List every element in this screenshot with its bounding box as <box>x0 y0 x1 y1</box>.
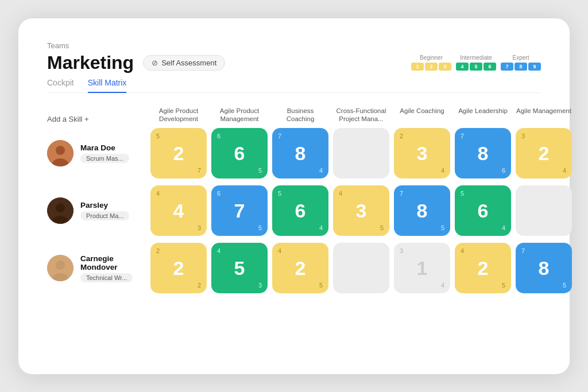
cell-main-value: 8 <box>295 142 306 165</box>
cell-bottom-value: 3 <box>198 224 201 231</box>
col-header: Business Coaching <box>272 107 328 124</box>
cell-bottom-value: 4 <box>319 224 323 231</box>
matrix-row: Carnegie MondoverTechnical Wr...22245342… <box>47 243 541 293</box>
col-header: Agile Coaching <box>394 107 450 124</box>
cell-top-value: 5 <box>156 133 160 139</box>
skill-cells: 527665784234786324 <box>150 128 572 178</box>
person-name: Mara Doe <box>80 143 129 152</box>
skill-cell[interactable]: 786 <box>455 128 511 178</box>
cell-bottom-value: 4 <box>319 167 323 174</box>
skill-cell[interactable]: 443 <box>150 185 207 236</box>
col-header: Agile Product Development <box>150 107 207 124</box>
svg-point-1 <box>56 146 65 155</box>
cell-bottom-value: 2 <box>198 282 201 289</box>
filter-label: Self Assessment <box>161 59 216 67</box>
cell-main-value: 4 <box>173 200 184 222</box>
avatar <box>47 197 74 224</box>
skill-cell[interactable]: 784 <box>272 128 328 178</box>
cell-top-value: 7 <box>400 190 403 197</box>
cell-top-value: 2 <box>400 133 403 139</box>
matrix-area: Add a Skill + Agile Product DevelopmentA… <box>47 107 541 294</box>
skill-cell[interactable]: 564 <box>455 185 511 236</box>
skill-cell[interactable] <box>333 243 389 293</box>
person-name: Carnegie Mondover <box>80 254 150 271</box>
cell-top-value: 4 <box>156 190 160 197</box>
cell-main-value: 2 <box>173 257 184 280</box>
cell-top-value: 3 <box>521 133 525 139</box>
skill-cell[interactable]: 564 <box>272 185 328 236</box>
cell-main-value: 6 <box>234 142 245 165</box>
cell-main-value: 6 <box>295 200 306 222</box>
skill-cell[interactable]: 785 <box>394 185 450 236</box>
legend-group: Intermediate456 <box>456 55 496 71</box>
cell-bottom-value: 5 <box>563 282 566 289</box>
avatar <box>47 140 74 166</box>
title-filter-row: Marketing ⊘ Self Assessment <box>47 52 225 73</box>
skill-cell[interactable]: 527 <box>150 128 207 178</box>
person-text: Mara DoeScrum Mas... <box>80 143 129 163</box>
main-card: Teams Marketing ⊘ Self Assessment Beginn… <box>18 18 570 374</box>
cell-main-value: 8 <box>539 257 550 280</box>
cell-main-value: 1 <box>417 257 428 280</box>
skill-cell[interactable]: 435 <box>333 185 389 236</box>
cell-bottom-value: 4 <box>441 282 444 289</box>
skill-cell[interactable]: 314 <box>394 243 450 293</box>
col-header: Cross-Functional Project Mana... <box>333 107 389 124</box>
cell-bottom-value: 4 <box>563 167 566 174</box>
tab-skill-matrix[interactable]: Skill Matrix <box>88 78 127 93</box>
cell-top-value: 4 <box>461 247 464 254</box>
skill-cell[interactable]: 453 <box>211 243 268 293</box>
cell-main-value: 6 <box>478 200 489 222</box>
skill-cell[interactable]: 785 <box>516 243 572 293</box>
cell-main-value: 2 <box>539 142 550 165</box>
skill-cell[interactable]: 234 <box>394 128 450 178</box>
self-assessment-filter[interactable]: ⊘ Self Assessment <box>143 55 225 71</box>
cell-bottom-value: 5 <box>502 282 505 289</box>
legend-pill: 1 <box>411 63 424 71</box>
skill-cells: 222453425314425785 <box>150 243 572 293</box>
cell-bottom-value: 4 <box>502 224 505 231</box>
skill-cells: 443675564435785564 <box>150 185 572 236</box>
cell-bottom-value: 5 <box>441 224 444 231</box>
skill-cell[interactable]: 425 <box>272 243 328 293</box>
cell-main-value: 2 <box>173 142 184 165</box>
add-skill-button[interactable]: Add a Skill + <box>47 115 150 123</box>
skill-cell[interactable] <box>516 185 572 236</box>
person-role-badge: Product Ma... <box>80 211 129 220</box>
col-header: Agile Product Management <box>211 107 268 124</box>
skill-cell[interactable]: 675 <box>211 185 268 236</box>
cell-main-value: 2 <box>478 257 489 280</box>
skill-cell[interactable] <box>333 128 389 178</box>
cell-bottom-value: 5 <box>319 282 323 289</box>
legend-group: Expert789 <box>501 55 541 71</box>
legend-pill: 5 <box>470 63 482 71</box>
cell-top-value: 3 <box>400 247 403 254</box>
cell-bottom-value: 6 <box>502 167 505 174</box>
legend-pill: 7 <box>501 63 513 71</box>
header-row: Marketing ⊘ Self Assessment Beginner123I… <box>47 52 541 73</box>
col-header: Agile Management <box>516 107 572 124</box>
legend-pill: 3 <box>439 63 451 71</box>
skill-cell[interactable]: 665 <box>211 128 268 178</box>
svg-point-7 <box>56 261 65 270</box>
cell-top-value: 7 <box>461 133 464 139</box>
cell-main-value: 5 <box>234 257 245 280</box>
svg-point-4 <box>56 203 65 212</box>
person-info: ParsleyProduct Ma... <box>47 197 150 224</box>
cell-bottom-value: 5 <box>258 224 262 231</box>
skill-cell[interactable]: 222 <box>150 243 207 293</box>
person-role-badge: Technical Wr... <box>80 273 133 282</box>
legend-pill: 9 <box>528 63 541 71</box>
skill-cell[interactable]: 324 <box>516 128 572 178</box>
legend-group-label: Intermediate <box>460 55 492 61</box>
cell-top-value: 5 <box>278 190 281 197</box>
skill-cell[interactable]: 425 <box>455 243 511 293</box>
matrix-row: ParsleyProduct Ma...443675564435785564 <box>47 185 541 236</box>
person-info: Mara DoeScrum Mas... <box>47 140 150 166</box>
legend: Beginner123Intermediate456Expert789 <box>407 55 541 71</box>
tab-cockpit[interactable]: Cockpit <box>47 78 74 93</box>
col-header: Agile Leadership <box>455 107 511 124</box>
cell-top-value: 5 <box>461 190 464 197</box>
cell-top-value: 4 <box>278 247 281 254</box>
teams-label: Teams <box>47 41 541 50</box>
